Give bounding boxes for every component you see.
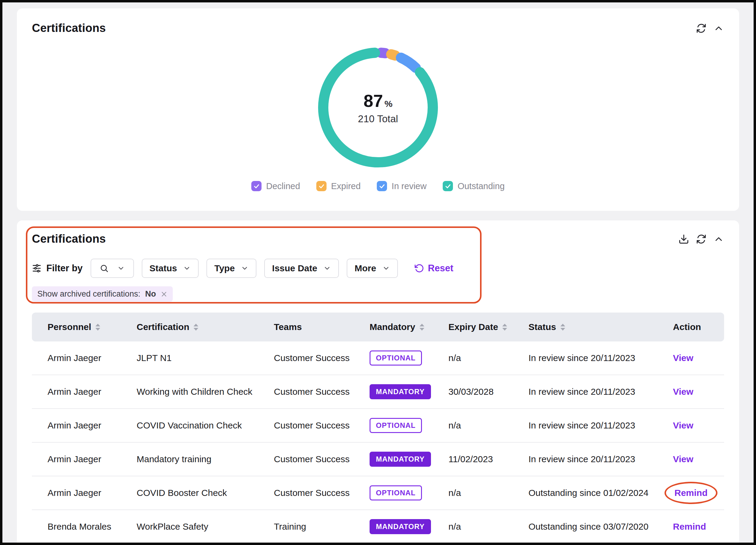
certification-cell: JLPT N1 [137,353,274,363]
page-background: Certifications 87 % 210 [2,2,754,543]
column-header-mandatory[interactable]: Mandatory [370,322,448,332]
certifications-summary-card: Certifications 87 % 210 [17,8,739,211]
chevron-down-icon [117,264,125,272]
chevron-down-icon [241,264,249,272]
legend-checkbox[interactable] [316,181,327,191]
mandatory-cell: MANDATORY [370,384,448,399]
reset-icon [414,263,424,273]
collapse-icon[interactable] [713,23,724,34]
donut-percent-value: 87 [364,91,383,111]
donut-total-label: 210 Total [358,113,398,125]
action-link[interactable]: Remind [674,488,708,498]
reset-label: Reset [428,263,453,274]
legend-label: Declined [266,181,300,191]
chip-value: No [145,290,156,299]
column-label: Expiry Date [448,322,498,332]
action-link[interactable]: View [673,420,693,430]
mandatory-cell: OPTIONAL [370,418,448,433]
summary-card-header: Certifications [32,22,724,35]
teams-cell: Customer Success [274,454,370,464]
chip-close-icon[interactable] [161,291,167,298]
column-label: Mandatory [370,322,415,332]
personnel-cell: Armin Jaeger [48,488,137,498]
teams-cell: Training [274,522,370,532]
legend-label: In review [392,181,426,191]
status-cell: In review since 20/11/2023 [528,454,673,464]
expiry-date-cell: n/a [448,488,528,498]
action-link[interactable]: View [673,387,693,397]
legend-checkbox[interactable] [377,181,387,191]
check-icon [379,183,386,190]
table-row: Armin Jaeger COVID Booster Check Custome… [32,476,724,510]
column-header-expiry-date[interactable]: Expiry Date [448,322,528,332]
action-link[interactable]: View [673,454,693,464]
column-header-certification[interactable]: Certification [137,322,274,332]
chart-legend: Declined Expired In review Outstanding [32,181,724,191]
refresh-icon[interactable] [696,23,707,34]
sort-icon [502,324,507,331]
filter-dropdown-issue-date[interactable]: Issue Date [264,258,339,278]
filter-dropdown-status[interactable]: Status [142,258,199,278]
status-cell: Outstanding since 01/02/2024 [528,488,673,498]
table-body: Armin Jaeger JLPT N1 Customer Success OP… [32,342,724,543]
donut-center-label: 87 % 210 Total [318,47,438,168]
mandatory-badge: MANDATORY [370,384,431,399]
donut-chart: 87 % 210 Total [318,47,438,168]
search-filter-button[interactable] [91,258,134,278]
mandatory-cell: MANDATORY [370,452,448,467]
legend-checkbox[interactable] [251,181,262,191]
mandatory-cell: OPTIONAL [370,485,448,500]
summary-card-title: Certifications [32,22,106,35]
personnel-cell: Armin Jaeger [48,454,137,464]
legend-item: Declined [251,181,300,191]
legend-label: Expired [331,181,361,191]
mandatory-badge: MANDATORY [370,519,431,534]
download-icon[interactable] [678,234,689,244]
table-header-row: Personnel Certification Teams Mandatory … [32,313,724,342]
refresh-icon[interactable] [696,234,707,244]
column-header-personnel[interactable]: Personnel [48,322,137,332]
table-row: Brenda Morales WorkPlace Safety Training… [32,510,724,543]
legend-checkbox[interactable] [443,181,453,191]
status-cell: In review since 20/11/2023 [528,353,673,363]
action-cell: Remind [673,522,712,532]
action-cell: View [673,420,712,431]
column-header-action[interactable]: Action [673,322,712,332]
filter-dropdown-more[interactable]: More [347,258,398,278]
reset-filters-button[interactable]: Reset [414,263,453,274]
expiry-date-cell: n/a [448,522,528,532]
filter-by-text: Filter by [46,263,83,274]
mandatory-badge: OPTIONAL [370,418,422,433]
certification-cell: COVID Vaccination Check [137,420,274,431]
column-label: Action [673,322,701,332]
table-row: Armin Jaeger Mandatory training Customer… [32,443,724,476]
certification-cell: WorkPlace Safety [137,522,274,532]
dropdown-label: More [355,263,376,274]
status-cell: In review since 20/11/2023 [528,420,673,431]
annotation-ellipse: Remind [665,482,717,504]
action-cell: View [673,454,712,464]
dropdown-label: Type [214,263,235,274]
action-link[interactable]: Remind [673,522,706,531]
teams-cell: Customer Success [274,353,370,363]
sliders-icon [32,263,42,273]
column-header-status[interactable]: Status [528,322,673,332]
status-cell: In review since 20/11/2023 [528,387,673,397]
expiry-date-cell: n/a [448,420,528,431]
column-label: Certification [137,322,189,332]
chevron-down-icon [323,264,331,272]
legend-item: Outstanding [443,181,504,191]
dropdown-label: Issue Date [272,263,317,274]
action-link[interactable]: View [673,353,693,363]
table-card-header: Certifications [32,232,724,245]
collapse-icon[interactable] [713,234,724,244]
column-header-teams[interactable]: Teams [274,322,370,332]
status-cell: Outstanding since 03/07/2020 [528,522,673,532]
table-row: Armin Jaeger COVID Vaccination Check Cus… [32,409,724,443]
sort-icon [194,324,198,331]
table-card-title: Certifications [32,232,106,245]
expiry-date-cell: n/a [448,353,528,363]
filter-dropdown-type[interactable]: Type [206,258,256,278]
search-icon [100,264,109,273]
chip-text: Show archived certifications: [37,290,140,299]
